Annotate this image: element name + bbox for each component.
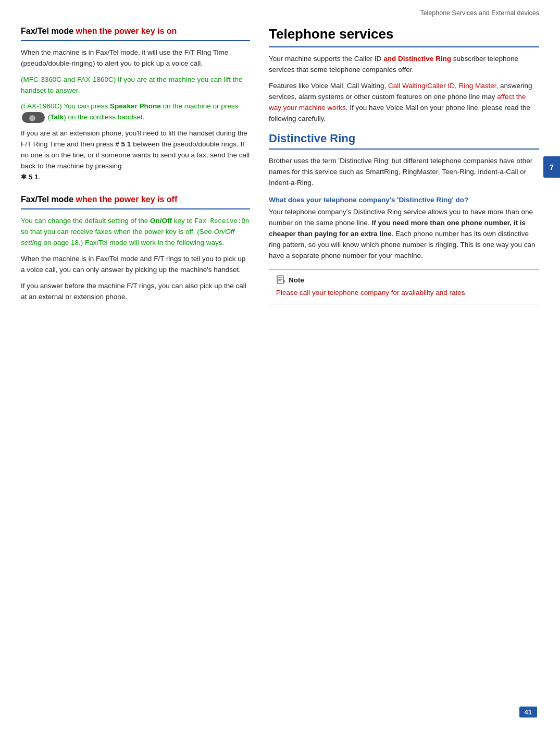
ts-p1-red1: and Distinctive Ring (383, 55, 451, 63)
talk-label: Talk (50, 114, 64, 121)
page-header: Telephone Services and External devices (0, 0, 560, 21)
right-column: Telephone services Your machine supports… (269, 26, 539, 308)
divider-2 (21, 208, 250, 209)
divider-tel (269, 46, 539, 47)
s2p1-g4: on page 18.) Fax/Tel mode will work in t… (42, 239, 224, 246)
section-faxtel-on-heading: Fax/Tel mode when the power key is on (21, 26, 250, 37)
star-51: ✱ 5 1 (21, 173, 39, 181)
section-faxtel-off-heading: Fax/Tel mode when the power key is off (21, 194, 250, 205)
section2-para2: When the machine is in Fax/Tel mode and … (21, 254, 250, 276)
note-text: Please call your telephone company for a… (276, 288, 532, 299)
note-label: Note (276, 275, 532, 284)
tel-services-title: Telephone services (269, 26, 393, 42)
divider-dr (269, 149, 539, 150)
ts-p2-red2: Ring Master, (458, 82, 498, 90)
page-tab: 7 (543, 156, 560, 178)
note-icon (276, 275, 285, 284)
s2p1-g2: key to (172, 217, 195, 225)
distinctive-ring-heading: Distinctive Ring (269, 132, 539, 145)
dr-title: Distinctive Ring (269, 132, 355, 145)
section2-para1: You can change the default setting of th… (21, 216, 250, 249)
hash-51: # 5 1 (115, 140, 131, 148)
heading-normal-2: Fax/Tel mode (21, 195, 76, 204)
heading-red-2: when the power key is off (76, 195, 178, 204)
left-column: Fax/Tel mode when the power key is on Wh… (21, 26, 250, 308)
page-tab-number: 7 (550, 163, 554, 171)
dr-subheading: What does your telephone company's 'Dist… (269, 196, 539, 204)
dr-para1: Brother uses the term 'Distinctive Ring'… (269, 156, 539, 189)
divider-1 (21, 40, 250, 41)
section1-para3-bold: Speaker Phone (110, 102, 161, 110)
section-faxtel-on: Fax/Tel mode when the power key is on Wh… (21, 26, 250, 183)
tel-services-para1: Your machine supports the Caller ID and … (269, 54, 539, 76)
note-label-text: Note (289, 276, 304, 284)
section-faxtel-off: Fax/Tel mode when the power key is off Y… (21, 194, 250, 303)
section1-para1: When the machine is in Fax/Tel mode, it … (21, 47, 250, 69)
s2p1-bold: On/Off (150, 217, 172, 225)
note-box: Note Please call your telephone company … (269, 269, 539, 304)
section1-para3: (FAX-1960C) You can press Speaker Phone … (21, 101, 250, 123)
section-telephone-services: Telephone services Your machine supports… (269, 26, 539, 125)
heading-red-1: when the power key is on (76, 27, 177, 35)
section-distinctive-ring: Distinctive Ring Brother uses the term '… (269, 132, 539, 305)
ts-p2-red1: Call Waiting/Caller ID, (388, 82, 458, 90)
talk-button (22, 112, 45, 123)
header-title: Telephone Services and External devices (420, 9, 539, 17)
page-number-bottom: 41 (519, 707, 537, 717)
section1-para3-end: on the cordless handset. (66, 114, 145, 121)
dr-para2: Your telephone company's Distinctive Rin… (269, 207, 539, 262)
section1-para3-start: (FAX-1960C) You can press (21, 102, 110, 110)
section1-para3-pre: on the machine or press (161, 102, 239, 110)
ts-p2-start: Features like Voice Mail, Call Waiting, (269, 82, 388, 90)
section2-para3: If you answer before the machine F/T rin… (21, 281, 250, 303)
s2p1-g3: so that you can receive faxes when the p… (21, 228, 214, 236)
section1-para2: (MFC-3360C and FAX-1860C) If you are at … (21, 75, 250, 96)
s2p1-g1: You can change the default setting of th… (21, 217, 150, 225)
telephone-services-heading: Telephone services (269, 26, 539, 42)
tel-services-para2: Features like Voice Mail, Call Waiting, … (269, 81, 539, 125)
s2p1-mono: Fax Receive:On (194, 218, 249, 225)
heading-normal-1: Fax/Tel mode (21, 27, 76, 35)
section1-para4: If you are at an extension phone, you'll… (21, 128, 250, 183)
ts-p1-start: Your machine supports the Caller ID (269, 55, 383, 63)
section1-para2-text: (MFC-3360C and FAX-1860C) If you are at … (21, 76, 242, 94)
